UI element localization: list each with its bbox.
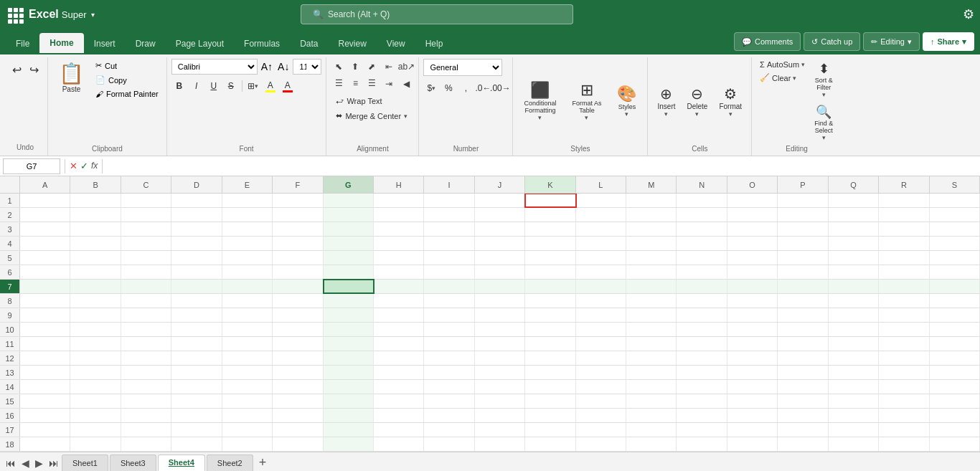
cell-G14[interactable] [324,380,374,394]
tab-file[interactable]: File [6,33,39,54]
cell-R5[interactable] [879,251,929,265]
cell-K3[interactable] [525,222,575,236]
cell-J17[interactable] [475,423,525,437]
cell-A4[interactable] [20,237,70,250]
cell-O13[interactable] [727,366,778,379]
col-header-I[interactable]: I [424,176,474,193]
cell-C16[interactable] [121,409,171,422]
cell-L13[interactable] [576,366,626,379]
cell-D13[interactable] [171,366,222,379]
cell-F11[interactable] [273,337,323,351]
col-header-H[interactable]: H [374,176,424,193]
cell-R13[interactable] [879,366,929,379]
cell-O10[interactable] [727,323,778,336]
cell-S8[interactable] [930,294,980,308]
cell-P15[interactable] [778,394,828,408]
cell-I5[interactable] [424,251,474,265]
cell-C7[interactable] [121,280,171,293]
cell-B12[interactable] [70,351,121,365]
cell-K10[interactable] [525,323,575,336]
cell-S10[interactable] [930,323,980,336]
cell-F14[interactable] [273,380,323,394]
decrease-indent-button[interactable]: ⇤ [381,59,397,75]
align-middle-right-button[interactable]: ☰ [364,75,380,91]
cell-S7[interactable] [930,280,980,293]
cell-O17[interactable] [727,423,778,437]
cell-S5[interactable] [930,251,980,265]
cell-M18[interactable] [626,437,677,451]
cell-J1[interactable] [475,194,525,207]
decrease-decimal-button[interactable]: .0← [475,80,491,96]
cell-O14[interactable] [727,380,778,394]
cell-J6[interactable] [475,265,525,279]
row-number-9[interactable]: 9 [0,308,20,322]
cell-S15[interactable] [930,394,980,408]
cell-K8[interactable] [525,294,575,308]
share-button[interactable]: ↑ Share ▾ [923,32,974,51]
orientation-button[interactable]: ab↗ [398,59,414,75]
cell-J9[interactable] [475,308,525,322]
cell-Q18[interactable] [829,437,879,451]
cell-O4[interactable] [727,237,778,250]
font-name-select[interactable]: Calibri [171,59,258,75]
cell-G10[interactable] [324,323,374,336]
cell-C2[interactable] [121,208,171,222]
col-header-C[interactable]: C [121,176,171,193]
cell-M9[interactable] [626,308,677,322]
cell-Q7[interactable] [829,280,879,293]
cell-O12[interactable] [727,351,778,365]
cell-I4[interactable] [424,237,474,250]
cell-E11[interactable] [222,337,273,351]
cell-F1[interactable] [273,194,323,207]
cell-A11[interactable] [20,337,70,351]
cell-L10[interactable] [576,323,626,336]
confirm-formula-icon[interactable]: ✓ [80,161,88,171]
cell-P11[interactable] [778,337,828,351]
sheet-tab-sheet4[interactable]: Sheet4 [158,455,205,472]
row-number-10[interactable]: 10 [0,323,20,336]
cell-B1[interactable] [70,194,121,207]
cell-H18[interactable] [374,437,424,451]
cell-N4[interactable] [677,237,727,250]
cell-N1[interactable] [677,194,727,207]
cell-A5[interactable] [20,251,70,265]
cell-S12[interactable] [930,351,980,365]
cell-P12[interactable] [778,351,828,365]
cell-D8[interactable] [171,294,222,308]
catchup-button[interactable]: ↺ Catch up [804,32,860,51]
font-size-decrease-icon[interactable]: A↓ [276,61,291,72]
cell-O15[interactable] [727,394,778,408]
cell-L2[interactable] [576,208,626,222]
align-middle-center-button[interactable]: ≡ [347,75,363,91]
strikethrough-button[interactable]: S [223,78,239,94]
cell-C4[interactable] [121,237,171,250]
cell-R14[interactable] [879,380,929,394]
cell-B8[interactable] [70,294,121,308]
sheet-nav-left[interactable]: ⏮ [3,457,19,469]
cell-J15[interactable] [475,394,525,408]
cell-K7[interactable] [525,280,575,293]
cell-O8[interactable] [727,294,778,308]
row-number-2[interactable]: 2 [0,208,20,222]
comma-button[interactable]: , [458,80,473,96]
cell-H2[interactable] [374,208,424,222]
cell-I12[interactable] [424,351,474,365]
cell-R6[interactable] [879,265,929,279]
cell-R3[interactable] [879,222,929,236]
waffle-icon[interactable] [6,6,23,23]
account-arrow-icon[interactable]: ▾ [91,11,95,19]
cell-I18[interactable] [424,437,474,451]
cell-J11[interactable] [475,337,525,351]
cell-C10[interactable] [121,323,171,336]
cell-G12[interactable] [324,351,374,365]
cell-D7[interactable] [171,280,222,293]
col-header-D[interactable]: D [171,176,222,193]
tab-view[interactable]: View [377,33,415,54]
cell-C18[interactable] [121,437,171,451]
cell-C13[interactable] [121,366,171,379]
sheet-tab-sheet1[interactable]: Sheet1 [62,455,108,472]
cell-L5[interactable] [576,251,626,265]
cell-P2[interactable] [778,208,828,222]
cell-B7[interactable] [70,280,121,293]
cell-K6[interactable] [525,265,575,279]
